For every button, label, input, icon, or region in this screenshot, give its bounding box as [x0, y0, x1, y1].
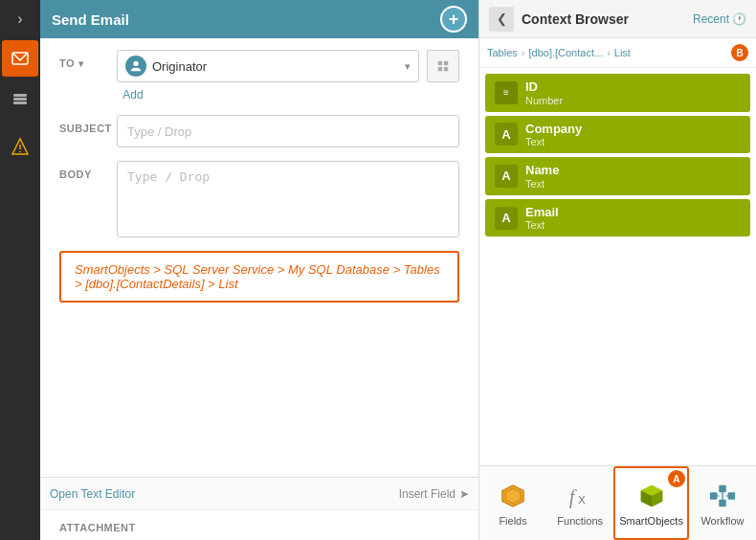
name-sub: Text	[525, 178, 559, 190]
context-browser-title: Context Browser	[522, 11, 685, 27]
id-sub: Number	[525, 95, 563, 106]
sidebar-collapse-btn[interactable]: ›	[0, 0, 40, 38]
recent-button[interactable]: Recent 🕐	[693, 12, 746, 26]
svg-rect-9	[444, 61, 448, 65]
user-avatar	[125, 56, 146, 77]
to-label: TO ▾	[59, 50, 117, 69]
insert-field-label: Insert Field	[399, 487, 456, 501]
breadcrumb-dbo-contact[interactable]: [dbo].[Contact...	[528, 47, 603, 58]
list-item[interactable]: ≡ ID Number	[485, 74, 750, 112]
fields-icon	[498, 481, 528, 511]
grid-icon	[436, 59, 450, 73]
warning-icon	[11, 137, 30, 156]
options-button[interactable]	[427, 50, 459, 82]
originator-text: Originator	[152, 59, 399, 74]
breadcrumb-list[interactable]: List	[614, 47, 631, 58]
form-area: TO ▾ Originator ▾	[40, 38, 478, 477]
workflow-tab-label: Workflow	[700, 515, 744, 527]
company-label: Company	[525, 122, 582, 137]
smartobjects-tab-label: SmartObjects	[619, 515, 683, 527]
envelope-icon	[11, 49, 30, 68]
list-item[interactable]: A Name Text	[485, 157, 750, 195]
svg-rect-20	[710, 492, 718, 500]
b-badge: B	[731, 44, 748, 61]
svg-point-7	[133, 61, 138, 66]
svg-rect-11	[444, 67, 448, 71]
subject-label: SUBJECT	[59, 115, 117, 134]
to-chevron-icon[interactable]: ▾	[78, 58, 84, 69]
tab-smartobjects[interactable]: A SmartObjects	[613, 466, 689, 540]
svg-rect-2	[13, 98, 27, 101]
body-row: BODY	[59, 161, 459, 237]
company-sub: Text	[525, 136, 582, 147]
context-list: ≡ ID Number A Company Text A Name Text A	[479, 68, 756, 465]
svg-rect-22	[719, 499, 726, 506]
body-label: BODY	[59, 161, 117, 180]
sidebar: ›	[0, 0, 40, 540]
id-list-icon: ≡	[495, 81, 518, 104]
breadcrumb-sep-1: ›	[522, 47, 525, 58]
email-label: Email	[525, 205, 559, 220]
svg-text:x: x	[578, 489, 586, 506]
name-icon: A	[495, 165, 518, 188]
attachment-section: ATTACHMENT	[40, 520, 478, 540]
functions-icon: f x	[565, 481, 595, 511]
sidebar-item-layers[interactable]	[2, 80, 38, 117]
id-label: ID	[525, 79, 563, 95]
layers-icon	[11, 89, 30, 108]
bottom-toolbar: Open Text Editor Insert Field ➤	[40, 477, 478, 509]
breadcrumb-sep-2: ›	[607, 47, 611, 58]
smartobjects-icon	[636, 481, 667, 511]
svg-rect-1	[13, 94, 27, 97]
subject-input[interactable]	[117, 115, 459, 147]
right-panel: ❮ Context Browser Recent 🕐 Tables › [dbo…	[478, 0, 756, 540]
subject-row: SUBJECT	[59, 115, 459, 147]
breadcrumb-path: SmartObjects > SQL Server Service > My S…	[75, 262, 440, 291]
add-label[interactable]: Add	[117, 88, 149, 101]
breadcrumb-nav: Tables › [dbo].[Contact... › List B	[479, 38, 756, 68]
tab-fields[interactable]: Fields	[479, 466, 546, 540]
select-chevron-icon: ▾	[405, 60, 411, 73]
name-label: Name	[525, 163, 559, 178]
tab-bar: Fields f x Functions A	[479, 465, 756, 540]
to-row: TO ▾ Originator ▾	[59, 50, 459, 101]
tab-workflow[interactable]: Workflow	[689, 466, 756, 540]
open-text-editor-link[interactable]: Open Text Editor	[50, 487, 135, 501]
svg-rect-3	[13, 101, 27, 104]
svg-rect-23	[728, 492, 736, 500]
add-button[interactable]: +	[440, 6, 467, 33]
breadcrumb-banner: SmartObjects > SQL Server Service > My S…	[59, 251, 459, 303]
originator-select[interactable]: Originator ▾	[117, 50, 419, 82]
functions-tab-label: Functions	[557, 515, 603, 527]
clear-section	[40, 509, 478, 520]
sidebar-item-warning[interactable]	[2, 128, 38, 165]
right-panel-header: ❮ Context Browser Recent 🕐	[479, 0, 756, 38]
breadcrumb-tables[interactable]: Tables	[487, 47, 518, 58]
company-icon: A	[495, 123, 518, 146]
list-item[interactable]: A Email Text	[485, 199, 750, 237]
email-icon: A	[495, 207, 518, 230]
workflow-icon	[707, 481, 738, 511]
clock-icon: 🕐	[732, 12, 746, 26]
send-email-header: Send Email +	[40, 0, 478, 38]
attachment-label: ATTACHMENT	[59, 522, 136, 533]
main-area: Send Email + TO ▾	[40, 0, 478, 540]
fields-tab-label: Fields	[499, 515, 526, 527]
body-input[interactable]	[117, 161, 459, 237]
list-item[interactable]: A Company Text	[485, 116, 750, 154]
collapse-panel-button[interactable]: ❮	[489, 7, 514, 32]
tab-functions[interactable]: f x Functions	[546, 466, 613, 540]
sidebar-item-email[interactable]	[2, 40, 38, 77]
user-icon	[129, 59, 143, 73]
svg-point-6	[19, 151, 21, 153]
svg-rect-10	[438, 67, 442, 71]
header-title: Send Email	[52, 11, 440, 28]
svg-rect-8	[438, 61, 442, 65]
svg-rect-21	[719, 484, 726, 492]
a-badge: A	[668, 470, 685, 487]
insert-field-button[interactable]: Insert Field ➤	[399, 487, 469, 501]
svg-text:f: f	[569, 485, 578, 507]
email-sub: Text	[525, 219, 559, 231]
insert-field-arrow-icon: ➤	[459, 487, 469, 501]
